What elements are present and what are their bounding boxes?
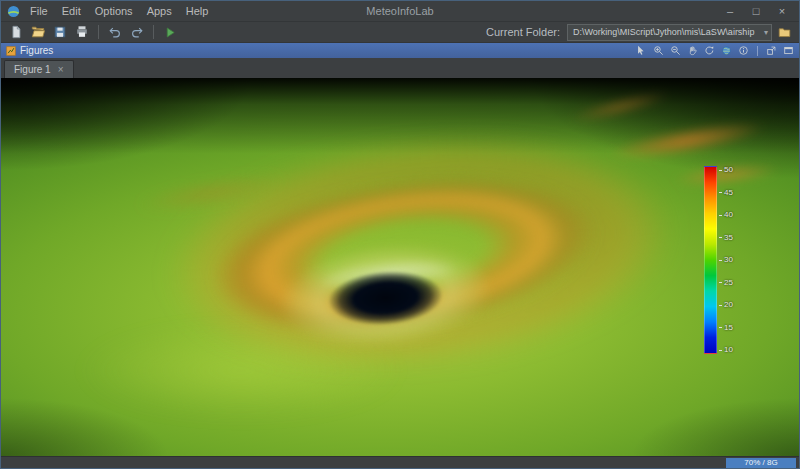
float-panel-button[interactable] (766, 45, 777, 56)
hide-panel-button[interactable] (783, 45, 794, 56)
close-button[interactable]: × (769, 1, 795, 21)
zoom-out-button[interactable] (670, 45, 681, 56)
dock-window-icon (783, 45, 794, 56)
pan-tool-button[interactable] (687, 45, 698, 56)
figure-canvas[interactable]: 504540353025201510 (1, 78, 799, 456)
storm-inner-rainband (180, 143, 631, 368)
float-window-icon (766, 45, 777, 56)
info-icon (738, 45, 749, 56)
minimize-button[interactable]: – (717, 1, 743, 21)
storm-spiral-band-1 (588, 109, 785, 172)
save-button[interactable] (50, 23, 70, 41)
storm-spiral-band-3 (557, 83, 683, 131)
colorbar-tick-label: 40 (719, 211, 733, 219)
menu-apps[interactable]: Apps (140, 1, 179, 21)
zoom-in-icon (653, 45, 664, 56)
colorbar-tick-label: 10 (719, 346, 733, 354)
storm-eye (326, 267, 444, 329)
panel-tools-separator (757, 46, 758, 56)
menu-options[interactable]: Options (88, 1, 140, 21)
menu-help[interactable]: Help (179, 1, 216, 21)
open-folder-icon (31, 25, 45, 39)
figures-panel-title: Figures (20, 45, 53, 56)
colorbar-tick-label: 25 (719, 279, 733, 287)
zoom-out-icon (670, 45, 681, 56)
undo-icon (108, 25, 122, 39)
menu-edit[interactable]: Edit (55, 1, 88, 21)
colorbar-tick-label: 20 (719, 301, 733, 309)
storm-bright-patch (41, 313, 441, 428)
run-icon (164, 26, 177, 39)
rotate-icon (704, 45, 715, 56)
new-file-icon (9, 25, 23, 39)
rotate-tool-button[interactable] (704, 45, 715, 56)
menu-file[interactable]: File (23, 1, 55, 21)
toolbar-separator (98, 25, 99, 39)
print-button[interactable] (72, 23, 92, 41)
tab-figure-1[interactable]: Figure 1 × (4, 60, 74, 78)
storm-eyewall (253, 223, 516, 369)
full-extent-button[interactable] (721, 45, 732, 56)
browse-folder-icon (778, 26, 791, 39)
toolbar-separator (153, 25, 154, 39)
undo-button[interactable] (105, 23, 125, 41)
select-tool-button[interactable] (636, 45, 647, 56)
colorbar-tick-label: 15 (719, 324, 733, 332)
storm-spiral-band-2 (660, 157, 792, 192)
tab-close-icon[interactable]: × (58, 65, 64, 75)
browse-folder-button[interactable] (774, 23, 794, 41)
colorbar: 504540353025201510 (704, 166, 733, 354)
colorbar-tick-label: 50 (719, 166, 733, 174)
chevron-down-icon[interactable]: ▾ (764, 28, 768, 37)
colorbar-ticks: 504540353025201510 (719, 166, 733, 354)
current-folder-combobox[interactable]: D:\Working\MIScript\Jython\mis\LaSW\airs… (567, 24, 772, 41)
open-file-button[interactable] (28, 23, 48, 41)
figure-tab-bar: Figure 1 × (1, 58, 799, 78)
main-toolbar: Current Folder: D:\Working\MIScript\Jyth… (1, 21, 799, 43)
cursor-arrow-icon (636, 45, 647, 56)
colorbar-tick-label: 45 (719, 189, 733, 197)
status-bar: 70% / 8G (1, 456, 799, 468)
memory-usage-indicator: 70% / 8G (726, 458, 796, 468)
hurricane-volume-rendering (1, 78, 799, 456)
colorbar-tick-label: 30 (719, 256, 733, 264)
run-script-button[interactable] (160, 23, 180, 41)
globe-icon (721, 45, 732, 56)
storm-outer-rainband (98, 84, 743, 419)
maximize-button[interactable]: □ (743, 1, 769, 21)
new-file-button[interactable] (6, 23, 26, 41)
identify-button[interactable] (738, 45, 749, 56)
storm-outer-band-left (118, 164, 305, 222)
colorbar-gradient (704, 166, 717, 354)
menu-bar: File Edit Options Apps Help MeteoInfoLab… (1, 1, 799, 21)
storm-cloud-wisps (298, 247, 481, 304)
redo-button[interactable] (127, 23, 147, 41)
figure-tools (636, 45, 794, 56)
pan-hand-icon (687, 45, 698, 56)
print-icon (75, 25, 89, 39)
redo-icon (130, 25, 144, 39)
current-folder-label: Current Folder: (486, 26, 560, 38)
save-icon (53, 25, 67, 39)
figures-panel-icon (6, 46, 16, 56)
colorbar-tick-label: 35 (719, 234, 733, 242)
figures-panel-header[interactable]: Figures (1, 43, 799, 58)
meteoinfolab-window: File Edit Options Apps Help MeteoInfoLab… (0, 0, 800, 469)
window-controls: – □ × (717, 1, 795, 21)
tab-label: Figure 1 (14, 64, 51, 75)
zoom-in-button[interactable] (653, 45, 664, 56)
app-logo-icon (5, 5, 21, 18)
current-folder-path: D:\Working\MIScript\Jython\mis\LaSW\airs… (573, 27, 761, 37)
